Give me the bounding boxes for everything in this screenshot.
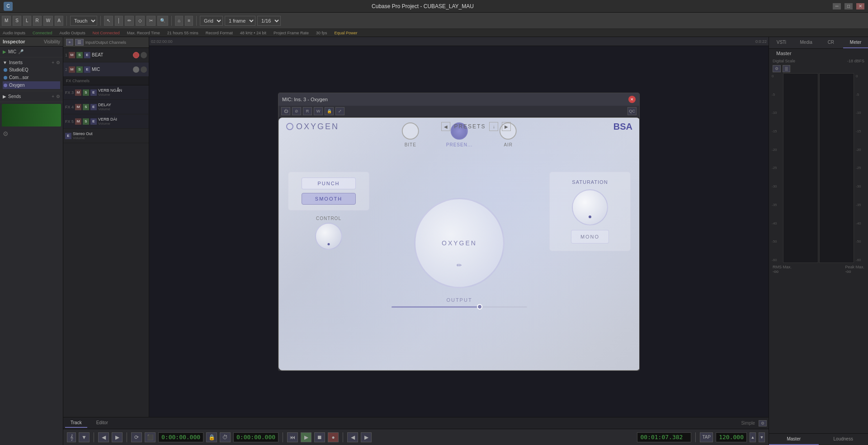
zoom-tool-btn[interactable]: 🔍 [157,16,168,26]
toolbar-a-btn[interactable]: A [55,16,63,26]
quantize-btn[interactable]: ≡ [185,16,193,26]
mic-solo-btn[interactable]: S [76,66,83,73]
metronome-btn[interactable]: 𝄞 [67,432,76,442]
record-btn[interactable]: ● [328,432,339,442]
plugin-r-btn[interactable]: R [303,107,312,115]
mic-edit-btn[interactable]: E [84,66,90,73]
editor-tab[interactable]: Editor [91,418,113,428]
transport-misc-1[interactable]: ▼ [79,432,90,442]
tempo-down-btn[interactable]: ▼ [759,432,765,442]
meter-ctrl-2[interactable]: ||| [783,65,790,72]
plugin-lock-btn[interactable]: 🔒 [325,107,334,115]
track-tab[interactable]: Track [65,418,87,428]
main-oxygen-knob[interactable]: OXYGEN ✏ [414,198,505,288]
verb-ngan-edit-btn[interactable]: E [90,89,97,96]
plugin-w-btn[interactable]: W [314,107,323,115]
control-knob[interactable] [315,223,342,250]
verb-ngan-mute-btn[interactable]: M [75,89,81,96]
play-btn[interactable]: ▶ [301,432,311,442]
minimize-button[interactable]: ─ [833,3,841,9]
verb-dai-mute-btn[interactable]: M [75,118,81,125]
tempo-up-btn[interactable]: ▲ [750,432,756,442]
output-slider[interactable] [392,306,527,308]
maximize-button[interactable]: □ [844,3,853,9]
plugin-qc-btn[interactable]: QC [627,107,637,115]
time-mode-btn[interactable]: ⏱ [220,432,231,442]
track-editor-settings-btn[interactable]: ⚙ [759,420,767,426]
tab-vsti[interactable]: VSTi [769,37,794,48]
stop-btn[interactable]: ⏹ [314,432,325,442]
toolbar-m-btn[interactable]: M [2,16,11,26]
saturation-knob[interactable] [572,189,608,225]
sends-settings-btn[interactable]: ⚙ [56,94,60,99]
beat-edit-btn[interactable]: E [84,52,90,58]
cursor-tool-btn[interactable]: ↖ [104,16,113,26]
delay-edit-btn[interactable]: E [90,104,97,110]
plugin-bypass-btn[interactable]: ⊘ [292,107,301,115]
nudge-left-btn[interactable]: ◀ [98,432,109,442]
plugin-close-btn[interactable]: ✕ [628,96,636,103]
tab-meter[interactable]: Meter [843,37,868,48]
plugin-expand-btn[interactable]: ⤢ [335,107,344,115]
range-tool-btn[interactable]: │ [115,16,123,26]
add-track-btn[interactable]: + [66,39,73,46]
close-button[interactable]: ✕ [856,3,864,9]
next-track-btn[interactable]: ▶ [361,432,372,442]
pencil-tool-btn[interactable]: ✏ [125,16,134,26]
beat-track[interactable]: 1 M S E BEAT [63,48,149,62]
tab-media[interactable]: Media [794,37,819,48]
scissors-tool-btn[interactable]: ✂ [146,16,156,26]
mic-mute-btn[interactable]: M [69,66,75,73]
inserts-add-btn[interactable]: + [52,60,54,65]
eraser-tool-btn[interactable]: ◇ [136,16,145,26]
insert-compressor[interactable]: Com...sor [3,74,60,81]
punch-btn[interactable]: PUNCH [302,178,356,189]
mono-btn[interactable]: MONO [571,230,609,244]
inserts-settings-btn[interactable]: ⚙ [56,60,60,65]
delay-track[interactable]: FX 4 M S E DELAY Volume [63,100,149,114]
delay-solo-btn[interactable]: S [83,104,89,110]
prev-track-btn[interactable]: ◀ [347,432,358,442]
loudness-tab[interactable]: Loudness [819,434,868,445]
track-name-header[interactable]: ▶ MIC 🎤 [3,48,60,55]
beat-mute-btn[interactable]: M [69,52,75,58]
delay-mute-btn[interactable]: M [75,104,81,110]
stereo-out-track[interactable]: E Stereo Out Volume [63,129,149,143]
sends-header[interactable]: ▶ Sends + ⚙ [3,93,60,100]
verb-dai-track[interactable]: FX 5 M S E VERB DÀI Volume [63,114,149,129]
nudge-right-btn[interactable]: ▶ [112,432,123,442]
toolbar-s-btn[interactable]: S [13,16,21,26]
tempo-tap-btn[interactable]: TAP [700,432,713,442]
quantize-frames-select[interactable]: 1 frame [225,16,255,26]
preset-prev-btn[interactable]: ◀ [441,122,450,131]
toolbar-r-btn[interactable]: R [33,16,42,26]
snap-value-select[interactable]: 1/16 [257,16,281,26]
preset-load-btn[interactable]: ↓ [489,122,498,131]
punch-in-btn[interactable]: ⬛ [145,432,156,442]
sends-add-btn[interactable]: + [52,94,54,99]
toolbar-w-btn[interactable]: W [43,16,53,26]
verb-ngan-track[interactable]: FX 3 M S E VERB NGẮN Volume [63,85,149,100]
loop-btn[interactable]: ⟳ [131,432,142,442]
verb-dai-edit-btn[interactable]: E [90,118,97,125]
beat-solo-btn[interactable]: S [76,52,83,58]
verb-ngan-solo-btn[interactable]: S [83,89,89,96]
snap-btn[interactable]: ⌂ [175,16,183,26]
lock-time-btn[interactable]: 🔒 [206,432,217,442]
plugin-power-btn[interactable]: ⏻ [281,107,290,115]
insert-studioeq[interactable]: StudioEQ [3,66,60,74]
smooth-btn[interactable]: SMOOTH [302,193,356,205]
visibility-tab[interactable]: Visibility [44,39,60,44]
inspector-settings-btn[interactable]: ⚙ [0,128,63,139]
rewind-btn[interactable]: ⏮ [287,432,298,442]
insert-oxygen[interactable]: Oxygen [3,81,60,89]
automation-mode-select[interactable]: Touch Latch Write Read [70,16,97,26]
track-settings-btn[interactable]: ☰ [75,39,84,46]
toolbar-l-btn[interactable]: L [23,16,31,26]
grid-select[interactable]: Grid [200,16,223,26]
tab-cr[interactable]: CR [819,37,844,48]
meter-ctrl-1[interactable]: ⚙ [773,65,781,72]
inserts-header[interactable]: ▼ Inserts + ⚙ [3,59,60,66]
stereo-out-edit-btn[interactable]: E [65,133,71,139]
verb-dai-solo-btn[interactable]: S [83,118,89,125]
